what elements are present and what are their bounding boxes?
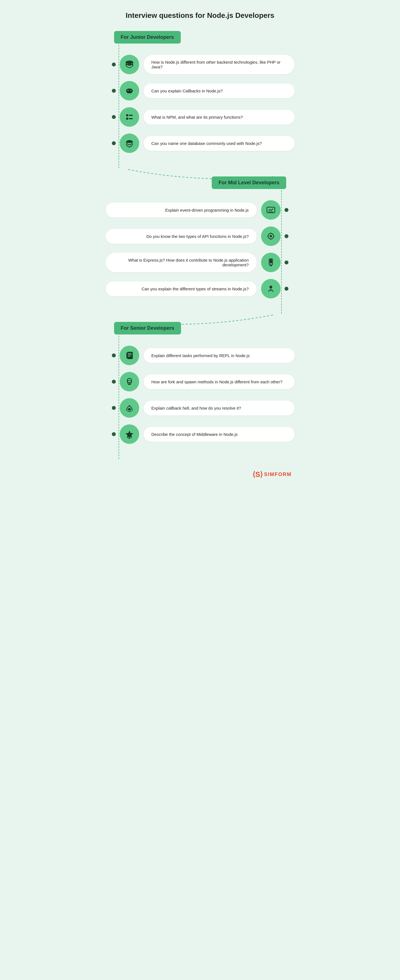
svg-rect-33 [128,356,130,357]
mid-question-3: What is Express.js? How does it contribu… [106,253,281,272]
mid-card-2: Do you know the two types of API functio… [106,229,257,244]
svg-rect-30 [127,352,133,359]
senior-card-4: Describe the concept of Middleware in No… [144,427,295,442]
junior-icon-1 [120,55,139,74]
svg-rect-31 [128,353,132,354]
senior-dot-1 [112,353,116,357]
dot-2 [112,89,116,93]
svg-point-18 [270,235,272,237]
svg-rect-11 [129,115,133,116]
junior-card-2: Can you explain Callbacks in Node.js? [144,83,295,98]
mid-questions: Explain event-driven programming in Node… [106,197,286,313]
senior-dot-4 [112,432,116,436]
mid-question-2: Do you know the two types of API functio… [106,226,281,246]
svg-point-9 [126,114,128,116]
junior-dashed-line [119,31,119,168]
mid-icon-4 [261,279,281,299]
svg-rect-2 [126,64,133,65]
junior-question-1: How is Node.js different from other back… [120,55,295,74]
section-junior: For Junior Developers How is Node.js dif… [106,31,295,168]
mid-dot-1 [284,208,289,212]
junior-section-label: For Junior Developers [114,31,181,43]
senior-card-2: How are fork and spawn methods in Node.j… [144,374,295,389]
junior-icon-2 [120,81,139,100]
page-wrapper: Interview questions for Node.js Develope… [100,0,300,496]
senior-dashed-line [119,322,119,459]
mid-section-label: For Mid Level Developers [212,177,286,189]
mid-icon-3 [261,253,281,272]
senior-card-3: Explain callback hell, and how do you re… [144,401,295,415]
svg-rect-6 [127,92,132,93]
svg-rect-14 [126,141,132,142]
senior-section-label: For Senior Developers [114,322,181,334]
senior-dot-3 [112,406,116,410]
junior-question-4: Can you name one database commonly used … [120,134,295,153]
dot-4 [112,141,116,145]
mid-question-1: Explain event-driven programming in Node… [106,200,281,220]
mid-icon-1 [261,200,281,220]
junior-question-3: What is NPM, and what are its primary fu… [120,107,295,127]
svg-point-10 [126,118,128,120]
senior-card-1: Explain different tasks performed by REP… [144,348,295,363]
connector-junior-mid [106,168,295,177]
senior-question-2: How are fork and spawn methods in Node.j… [120,372,295,391]
simform-logo: ⟨S⟩ SIMFORM [106,470,295,479]
svg-point-27 [270,286,272,288]
junior-icon-4 [120,134,139,153]
senior-icon-2 [120,372,139,391]
junior-icon-3 [120,107,139,127]
senior-icon-1 [120,346,139,365]
senior-icon-3 [120,398,139,418]
mid-card-4: Can you explain the different types of s… [106,282,257,296]
junior-questions: How is Node.js different from other back… [114,52,295,168]
simform-logo-icon: ⟨S⟩ [252,470,263,479]
junior-card-4: Can you name one database commonly used … [144,136,295,151]
junior-card-1: How is Node.js different from other back… [144,55,295,74]
senior-questions: Explain different tasks performed by REP… [114,343,295,459]
svg-rect-24 [270,259,272,263]
mid-card-1: Explain event-driven programming in Node… [106,203,257,218]
svg-point-7 [127,90,129,91]
connector-mid-senior [106,313,295,322]
simform-logo-text: SIMFORM [264,472,292,477]
mid-card-3: What is Express.js? How does it contribu… [106,253,257,272]
mid-dashed-line [281,177,282,313]
section-senior: For Senior Developers Explain different … [106,322,295,459]
svg-rect-1 [126,62,133,63]
svg-point-8 [130,90,132,91]
senior-dot-2 [112,380,116,383]
senior-question-4: Describe the concept of Middleware in No… [120,425,295,444]
mid-dot-3 [284,261,289,264]
page-title: Interview questions for Node.js Develope… [106,11,295,20]
svg-rect-32 [128,355,132,355]
mid-question-4: Can you explain the different types of s… [106,279,281,299]
senior-question-1: Explain different tasks performed by REP… [120,346,295,365]
svg-rect-34 [126,353,128,358]
dot-1 [112,62,116,67]
mid-dot-2 [284,234,289,238]
junior-card-3: What is NPM, and what are its primary fu… [144,110,295,124]
section-mid: For Mid Level Developers Explain event-d… [106,177,295,313]
mid-icon-2 [261,226,281,246]
senior-icon-4 [120,425,139,444]
dot-3 [112,115,116,119]
junior-question-2: Can you explain Callbacks in Node.js? [120,81,295,100]
svg-rect-12 [129,118,133,119]
senior-question-3: Explain callback hell, and how do you re… [120,398,295,418]
mid-dot-4 [284,287,289,291]
